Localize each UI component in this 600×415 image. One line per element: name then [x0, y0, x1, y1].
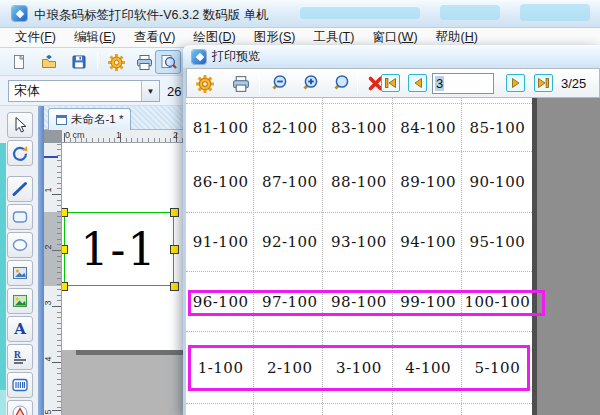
menu-edit[interactable]: 编辑(E): [65, 27, 125, 48]
save-floppy-icon: [70, 53, 88, 71]
ruler-label: 1: [116, 130, 121, 140]
richtext-tool-button[interactable]: R: [7, 344, 33, 370]
font-family-combo[interactable]: 宋体 ▼: [8, 80, 160, 102]
last-page-icon: [537, 77, 550, 89]
label-row: 81-100 82-100 83-100 84-100 85-100: [186, 103, 532, 152]
label-setup-button[interactable]: [103, 50, 129, 74]
resize-handle-mid-right[interactable]: [170, 245, 179, 254]
ruler-corner: [44, 130, 62, 143]
rotate-tool-button[interactable]: [7, 140, 33, 166]
preview-print-button[interactable]: [229, 72, 253, 95]
ruler-label: 3: [43, 300, 53, 305]
toolbar-separator: [97, 52, 98, 70]
preview-titlebar[interactable]: 打印预览: [183, 45, 600, 68]
desktop-edge: [0, 390, 6, 415]
document-icon: [56, 115, 67, 125]
main-titlebar: 中琅条码标签打印软件-V6.3.2 数码版 单机: [0, 0, 600, 28]
label-cell: 85-100: [463, 104, 532, 151]
preview-settings-button[interactable]: [193, 72, 217, 95]
image-frame-icon: [11, 264, 29, 282]
resize-handle-top-left[interactable]: [62, 208, 68, 217]
next-page-button[interactable]: [506, 74, 525, 92]
document-tab-label: 未命名-1 *: [71, 112, 123, 127]
menu-file[interactable]: 文件(F): [6, 27, 65, 48]
background-window-blur: [440, 5, 500, 20]
app-icon: [12, 6, 27, 21]
preview-window-title: 打印预览: [212, 48, 260, 65]
highlight-box-row4: [188, 290, 545, 316]
preview-content[interactable]: 81-100 82-100 83-100 84-100 85-100 86-10…: [186, 98, 600, 415]
open-folder-icon: [40, 53, 58, 71]
print-preview-icon: [159, 53, 178, 72]
select-tool-button[interactable]: [7, 112, 33, 138]
highlight-box-row5: [188, 345, 530, 391]
first-page-icon: [384, 77, 397, 89]
chevron-down-icon[interactable]: ▼: [141, 81, 159, 101]
text-tool-icon: A: [14, 320, 26, 338]
selected-text-object[interactable]: 1-1: [64, 212, 174, 286]
line-icon: [11, 180, 29, 198]
first-page-button[interactable]: [381, 74, 400, 92]
save-button[interactable]: [66, 50, 92, 74]
page-shadow: [76, 350, 183, 355]
horizontal-ruler: 0 cm 1 2: [62, 130, 183, 143]
rounded-rect-tool-button[interactable]: [7, 204, 33, 230]
settings-gear-icon: [107, 53, 126, 72]
resize-handle-bottom-left[interactable]: [62, 282, 68, 291]
next-page-icon: [510, 77, 522, 89]
new-document-button[interactable]: [6, 50, 32, 74]
print-preview-button[interactable]: [155, 50, 181, 74]
ruler-label: 4: [43, 356, 53, 361]
image-tool-button[interactable]: [7, 260, 33, 286]
menu-view[interactable]: 查看(V): [125, 27, 185, 48]
label-cell: 93-100: [324, 213, 393, 271]
text-object-value: 1-1: [81, 224, 158, 275]
document-tab[interactable]: 未命名-1 *: [48, 108, 131, 130]
background-window-blur: [520, 4, 590, 21]
preview-window-icon: [192, 50, 206, 64]
label-cell: 84-100: [394, 104, 463, 151]
label-cell: 94-100: [394, 213, 463, 271]
document-tabbar: 未命名-1 *: [44, 106, 183, 130]
print-button[interactable]: [131, 50, 157, 74]
previous-page-button[interactable]: [408, 74, 427, 92]
label-canvas[interactable]: 1-1: [62, 143, 183, 415]
rotate-icon: [11, 144, 29, 162]
zoom-out-icon: [268, 73, 289, 94]
shape-tool-button[interactable]: [7, 400, 33, 415]
page-number-input[interactable]: 3: [432, 73, 494, 94]
page-indicator: 3/25: [561, 76, 586, 91]
label-cell: 87-100: [255, 152, 324, 212]
resize-handle-bottom-right[interactable]: [170, 282, 179, 291]
resize-handle-mid-left[interactable]: [62, 245, 68, 254]
ruler-label: 2: [173, 130, 178, 140]
label-cell: 89-100: [394, 152, 463, 212]
zoom-button[interactable]: [328, 72, 352, 95]
vertical-ruler: 1 2 3 4 5: [44, 143, 62, 415]
picture-tool-button[interactable]: [7, 288, 33, 314]
last-page-button[interactable]: [534, 74, 553, 92]
desktop-edge: [0, 143, 6, 390]
text-tool-button[interactable]: A: [7, 316, 33, 342]
picture-icon: [11, 292, 29, 310]
zoom-in-button[interactable]: [297, 72, 321, 95]
barcode-tool-button[interactable]: [7, 372, 33, 398]
barcode-icon: [11, 376, 29, 394]
cursor-icon: [11, 116, 29, 134]
page-number-value: 3: [435, 76, 444, 91]
previous-page-icon: [412, 77, 424, 89]
open-button[interactable]: [36, 50, 62, 74]
zoom-out-button[interactable]: [266, 72, 290, 95]
print-preview-window: 打印预览: [183, 45, 600, 415]
label-cell: 91-100: [186, 213, 255, 271]
label-cell: 81-100: [186, 104, 255, 151]
ellipse-tool-button[interactable]: [7, 232, 33, 258]
resize-handle-top-right[interactable]: [170, 208, 179, 217]
label-cell: 82-100: [255, 104, 324, 151]
line-tool-button[interactable]: [7, 176, 33, 202]
screen: 中琅条码标签打印软件-V6.3.2 数码版 单机 文件(F) 编辑(E) 查看(…: [0, 0, 600, 415]
label-cell: 88-100: [324, 152, 393, 212]
ruler-label: 0 cm: [65, 130, 85, 140]
label-cell: 95-100: [463, 213, 532, 271]
label-row: 86-100 87-100 88-100 89-100 90-100: [186, 152, 532, 213]
